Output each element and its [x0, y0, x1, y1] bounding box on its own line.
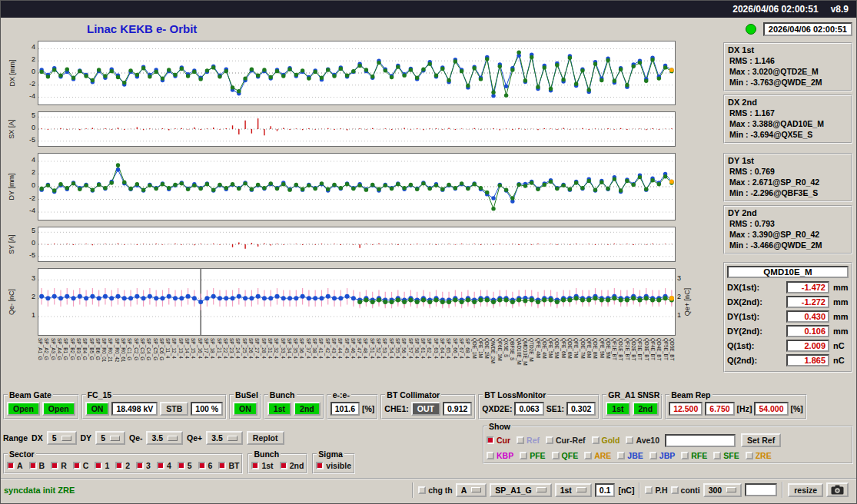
checkbox-jbe[interactable]: JBE	[617, 451, 643, 460]
gr-a1-2nd-button[interactable]: 2nd	[633, 402, 659, 416]
bpm-label: QF2E_BT	[625, 338, 630, 360]
che1-value-field: 0.912	[443, 402, 472, 416]
range-qem-select[interactable]: 3.5	[146, 431, 183, 445]
chg-th-checkbox[interactable]: chg th	[418, 486, 453, 495]
checkbox-kbp[interactable]: KBP	[487, 451, 513, 460]
checkbox-cur-ref[interactable]: Cur-Ref	[546, 436, 586, 445]
checkbox-indicator	[487, 452, 494, 459]
checkbox-1st[interactable]: 1st	[251, 461, 273, 470]
checkbox-b[interactable]: B	[29, 461, 45, 470]
bpm-label: SP_33_4	[281, 338, 286, 359]
bpm-readout-panel: QMD10E_M DX(1st): -1.472 mm DX(2nd): -1.…	[723, 262, 852, 373]
beam-rep-value-3: 54.000	[754, 402, 788, 416]
conti-checkbox[interactable]: conti	[671, 486, 700, 495]
camera-button[interactable]	[826, 482, 849, 497]
checkbox-6[interactable]: 6	[198, 461, 213, 470]
fc15-stb-button[interactable]: STB	[160, 402, 188, 416]
bunch-select-group: Bunch 1st2nd	[247, 453, 307, 474]
checkbox-pfe[interactable]: PFE	[520, 451, 545, 460]
checkbox-3[interactable]: 3	[136, 461, 151, 470]
range-dx-select[interactable]: 5	[47, 431, 77, 445]
stat-dx-2nd: DX 2nd RMS : 1.167 Max : 3.388@QAD10E_M …	[723, 94, 852, 144]
bpm-label: SP_67_4	[459, 338, 464, 359]
qe-tick-gutter: 321	[18, 268, 38, 336]
bpm-label: QTD2E_M	[529, 338, 534, 362]
checkbox-visible[interactable]: visible	[316, 461, 351, 470]
ph-checkbox[interactable]: P.H	[645, 486, 667, 495]
bpm-label: QFE_4M	[536, 338, 541, 358]
bpm-label: SP_B6_G	[95, 338, 101, 360]
qe-plus-axis-label: Qe+ [nC]	[683, 288, 691, 316]
checkbox-ref[interactable]: Ref	[517, 436, 540, 445]
plot-column: Linac KEKB e- Orbit DX [mm] 420-2-4 SX […	[1, 18, 699, 386]
bunch-2nd-button[interactable]: 2nd	[294, 402, 321, 416]
bpm-label: SP_52_4	[376, 338, 381, 359]
checkbox-rfe[interactable]: RFE	[681, 451, 707, 460]
stat-dx-1st: DX 1st RMS : 1.146 Max : 3.020@QTD2E_M M…	[723, 42, 852, 91]
bpm-label: QDE_9M	[606, 338, 611, 359]
checkbox-4[interactable]: 4	[157, 461, 171, 470]
checkbox-sfe[interactable]: SFE	[713, 451, 739, 460]
checkbox-2[interactable]: 2	[115, 461, 130, 470]
checkbox-indicator	[552, 452, 560, 459]
replot-button[interactable]: Replot	[247, 431, 284, 445]
busel-on-button[interactable]: ON	[233, 402, 257, 416]
bpm-label: SP_24_4	[235, 338, 241, 359]
range-qep-select[interactable]: 3.5	[206, 431, 243, 445]
ref-name-input[interactable]	[665, 434, 736, 447]
bunch-1st-button[interactable]: 1st	[267, 402, 291, 416]
checkbox-c[interactable]: C	[73, 461, 89, 470]
checkbox-5[interactable]: 5	[178, 461, 192, 470]
bunch-order-select[interactable]: 1st	[555, 483, 592, 497]
checkbox-r[interactable]: R	[51, 461, 67, 470]
set-ref-button[interactable]: Set Ref	[741, 433, 781, 447]
checkbox-qfe[interactable]: QFE	[552, 451, 579, 460]
range-row: Range DX 5 DY 5 Qe- 3.5 Qe+ 3.5 Replot	[3, 429, 483, 447]
bpm-label: SP_14_4	[184, 338, 190, 359]
checkbox-indicator	[617, 452, 625, 459]
blank-entry[interactable]	[745, 483, 777, 496]
bpm-label: SP_25_4	[242, 338, 247, 359]
bpm-label: SP_C6_G	[159, 338, 164, 360]
checkbox-a[interactable]: A	[7, 461, 23, 470]
bpm-label: SP_A1_G	[38, 338, 43, 360]
readout-value: 1.865	[786, 354, 829, 366]
checkbox-bt[interactable]: BT	[218, 461, 239, 470]
stat-max: Max : 3.388@QAD10E_M	[728, 118, 848, 129]
bpm-label: SP_21_4	[217, 338, 222, 359]
stat-title: DX 1st	[728, 45, 848, 55]
fc15-group: FC_15 ON 18.498 kV STB 100 %	[81, 394, 227, 419]
interval-select[interactable]: 300	[703, 483, 742, 497]
dy-chart-svg	[38, 154, 675, 220]
beam-gate-open-1-button[interactable]: Open	[7, 402, 40, 416]
checkbox-gold[interactable]: Gold	[592, 436, 620, 445]
range-dy-select[interactable]: 5	[95, 431, 125, 445]
resize-button[interactable]: resize	[788, 483, 823, 497]
bpm-label: SP_62_4	[427, 338, 432, 359]
ee-ratio-group: e-:e- 101.6 [%]	[327, 394, 379, 419]
bpm-label: QBF3E_S	[510, 338, 515, 360]
checkbox-are[interactable]: ARE	[584, 451, 611, 460]
stat-dy-2nd: DY 2nd RMS : 0.793 Max : 3.390@SP_R0_42 …	[723, 205, 852, 254]
bpm-select[interactable]: SP_A1_G	[490, 483, 551, 497]
checkbox-zre[interactable]: ZRE	[746, 451, 772, 460]
fc15-on-button[interactable]: ON	[85, 402, 110, 416]
bunch-group: Bunch 1st 2nd	[264, 394, 324, 419]
sector-a-select[interactable]: A	[456, 483, 487, 497]
range-dy-label: DY	[81, 433, 92, 443]
stat-max: Max : 3.390@SP_R0_42	[728, 229, 848, 240]
bpm-label: QF6E_3M	[497, 338, 503, 361]
checkbox-2nd[interactable]: 2nd	[280, 461, 304, 470]
gr-a1-1st-button[interactable]: 1st	[606, 402, 629, 416]
se1-value-field: 0.302	[566, 402, 596, 416]
bpm-label: SP_B2_G	[70, 338, 75, 360]
beam-gate-open-2-button[interactable]: Open	[42, 402, 75, 416]
checkbox-ave10[interactable]: Ave10	[626, 436, 659, 445]
checkbox-jbp[interactable]: JBP	[649, 451, 675, 460]
checkbox-cur[interactable]: Cur	[487, 436, 510, 445]
threshold-field[interactable]: 0.1	[595, 483, 616, 497]
che1-out-button[interactable]: OUT	[411, 402, 440, 416]
bpm-label: SP_31_4	[267, 338, 273, 359]
checkbox-1[interactable]: 1	[95, 461, 109, 470]
beam-rep-pct-unit: [%]	[791, 404, 803, 413]
